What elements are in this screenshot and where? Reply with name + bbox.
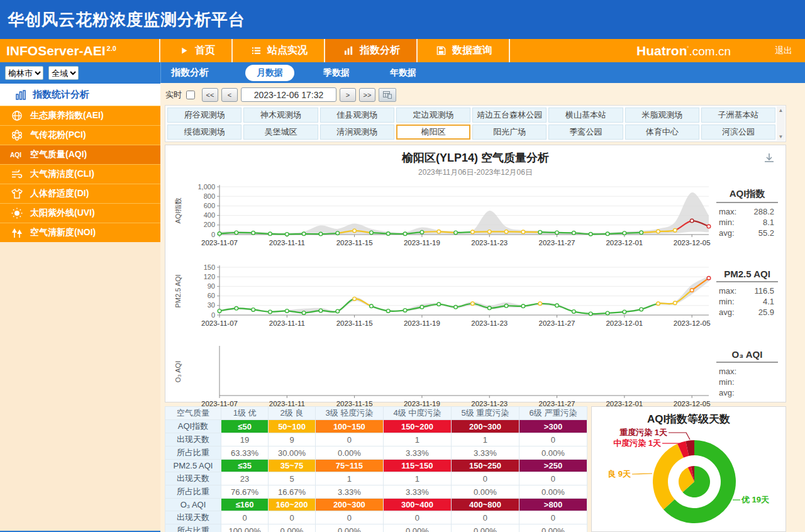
tab-年数据[interactable]: 年数据 (379, 65, 428, 81)
stats-bars-icon (14, 90, 28, 100)
percent-value-cell: 16.67% (269, 485, 315, 498)
percent-value-cell: 3.33% (452, 446, 519, 459)
prev-fast-button[interactable]: << (202, 88, 218, 102)
svg-text:2023-11-07: 2023-11-07 (201, 319, 238, 327)
level-range-cell: 75~115 (316, 460, 383, 472)
stats-avg-value: 55.2 (758, 228, 774, 238)
region-selectors: 榆林市 全域 (0, 62, 160, 84)
svg-text:2023-12-05: 2023-12-05 (674, 400, 711, 407)
svg-text:150: 150 (204, 263, 215, 271)
percent-value-cell: 100.00% (221, 524, 268, 532)
tree-icon (10, 228, 24, 238)
station-button[interactable]: 河滨公园 (701, 125, 775, 140)
level-range-cell: 115~150 (384, 460, 451, 472)
percent-value-cell: 3.33% (384, 446, 451, 459)
station-button[interactable]: 绥德观测场 (167, 125, 242, 140)
level-range-cell: 400~800 (452, 499, 519, 511)
prev-button[interactable]: < (221, 88, 238, 102)
list-icon (249, 46, 263, 55)
scroll-down-icon[interactable]: ▼ (779, 133, 784, 141)
district-select[interactable]: 全域 (48, 66, 79, 80)
svg-text:2023-11-15: 2023-11-15 (336, 319, 373, 327)
download-icon[interactable] (763, 152, 775, 167)
station-button[interactable]: 府谷观测场 (167, 108, 242, 123)
bar-chart-icon (341, 46, 355, 55)
sidebar-item-空气质量(AQI)[interactable]: AQI空气质量(AQI) (0, 145, 160, 164)
svg-text:200: 200 (204, 221, 215, 228)
svg-text:30: 30 (208, 301, 215, 309)
station-button[interactable]: 季鸾公园 (548, 125, 623, 140)
brand: INFOServer-AEI2.0 (0, 39, 160, 62)
svg-text:0: 0 (211, 311, 215, 319)
calendar-button[interactable] (379, 88, 396, 102)
station-button[interactable]: 神木观测场 (243, 108, 318, 123)
next-fast-button[interactable]: >> (359, 88, 375, 102)
sidebar-item-气传花粉(PCI)[interactable]: 气传花粉(PCI) (0, 125, 160, 145)
station-button[interactable]: 阳光广场 (472, 125, 547, 140)
station-button[interactable]: 佳县观测场 (320, 108, 394, 123)
stats-title: PM2.5 AQI (716, 269, 778, 282)
stats-title: AQI指数 (716, 188, 778, 203)
nav-item-站点实况[interactable]: 站点实况 (233, 39, 325, 62)
svg-text:800: 800 (204, 192, 215, 200)
sidebar-item-人体舒适度(DI)[interactable]: 人体舒适度(DI) (0, 184, 160, 203)
realtime-checkbox[interactable] (186, 91, 195, 99)
station-button[interactable]: 子洲基本站 (701, 108, 775, 123)
svg-text:2023-12-05: 2023-12-05 (674, 319, 711, 327)
line-chart-AQI指数: 02004006008001,0002023-11-072023-11-1120… (165, 182, 714, 256)
svg-text:AQI: AQI (10, 152, 21, 158)
sidebar-item-生态康养指数(AEI)[interactable]: 生态康养指数(AEI) (0, 106, 160, 125)
chart-area: 02004006008001,0002023-11-072023-11-1120… (165, 182, 714, 258)
stats-panel-O₃ AQI: O₃ AQImax:min:avg: (714, 343, 783, 419)
table-row-label: 所占比重 (165, 524, 221, 532)
svg-text:1,000: 1,000 (197, 183, 215, 191)
stats-max-value: 116.5 (754, 286, 774, 296)
svg-text:90: 90 (208, 282, 215, 290)
station-button[interactable]: 体育中心 (625, 125, 699, 140)
days-value-cell: 19 (221, 433, 268, 446)
station-button[interactable]: 靖边五台森林公园 (472, 108, 547, 123)
station-button[interactable]: 横山基本站 (548, 108, 623, 123)
percent-value-cell: 63.33% (221, 446, 268, 459)
station-scrollbar[interactable]: ▲ ▼ (777, 106, 785, 141)
nav-item-首页[interactable]: 首页 (160, 39, 233, 62)
line-chart-O₃ AQI: 2023-11-072023-11-112023-11-152023-11-19… (165, 343, 714, 417)
datetime-input[interactable] (241, 87, 336, 102)
city-select[interactable]: 榆林市 (5, 66, 43, 80)
logout-link[interactable]: 退出 (775, 45, 792, 57)
tab-季数据[interactable]: 季数据 (312, 65, 361, 81)
table-row-label: AQI指数 (165, 420, 221, 433)
station-button[interactable]: 清涧观测场 (320, 125, 394, 140)
line-chart-PM2.5 AQI: 03060901201502023-11-072023-11-112023-11… (165, 262, 714, 336)
station-button[interactable]: 榆阳区 (396, 125, 470, 140)
next-button[interactable]: > (340, 88, 356, 102)
percent-value-cell: 30.00% (269, 446, 315, 459)
sidebar: 榆林市 全域 指数统计分析 生态康养指数(AEI)气传花粉(PCI)AQI空气质… (0, 62, 160, 532)
sidebar-item-index-statistics[interactable]: 指数统计分析 (0, 84, 160, 106)
svg-text:2023-11-19: 2023-11-19 (404, 400, 440, 407)
aqi-levels-table: 空气质量1级 优2级 良3级 轻度污染4级 中度污染5级 重度污染6级 严重污染… (165, 406, 587, 532)
donut-label-重度污染: 重度污染 1天 (619, 428, 668, 437)
tab-月数据[interactable]: 月数据 (245, 65, 294, 81)
scroll-up-icon[interactable]: ▲ (779, 106, 784, 114)
aqi-icon: AQI (10, 150, 24, 159)
station-button[interactable]: 米脂观测场 (625, 108, 699, 123)
svg-text:2023-11-27: 2023-11-27 (539, 239, 575, 247)
nav-item-数据查询[interactable]: 数据查询 (418, 39, 510, 62)
sidebar-item-空气清新度(NOI)[interactable]: 空气清新度(NOI) (0, 223, 160, 242)
sun-icon (10, 208, 24, 219)
level-range-cell: >250 (519, 460, 587, 472)
station-button[interactable]: 定边观测场 (396, 108, 470, 123)
station-button[interactable]: 吴堡城区 (243, 125, 318, 140)
app-title: 华创风云花粉浓度监测分析平台 (8, 9, 245, 31)
chart-area: 03060901201502023-11-072023-11-112023-11… (165, 262, 714, 339)
play-icon (177, 47, 191, 55)
table-row-label: 出现天数 (165, 472, 221, 485)
svg-text:2023-11-11: 2023-11-11 (269, 319, 305, 327)
sidebar-item-太阳紫外线(UVI)[interactable]: 太阳紫外线(UVI) (0, 203, 160, 223)
nav-item-指数分析[interactable]: 指数分析 (325, 39, 418, 62)
sidebar-item-大气清洁度(CLI)[interactable]: 大气清洁度(CLI) (0, 164, 160, 184)
stats-min-value: 4.1 (763, 297, 774, 306)
chart-area: 2023-11-072023-11-112023-11-152023-11-19… (165, 343, 714, 419)
stats-title: O₃ AQI (716, 349, 778, 363)
